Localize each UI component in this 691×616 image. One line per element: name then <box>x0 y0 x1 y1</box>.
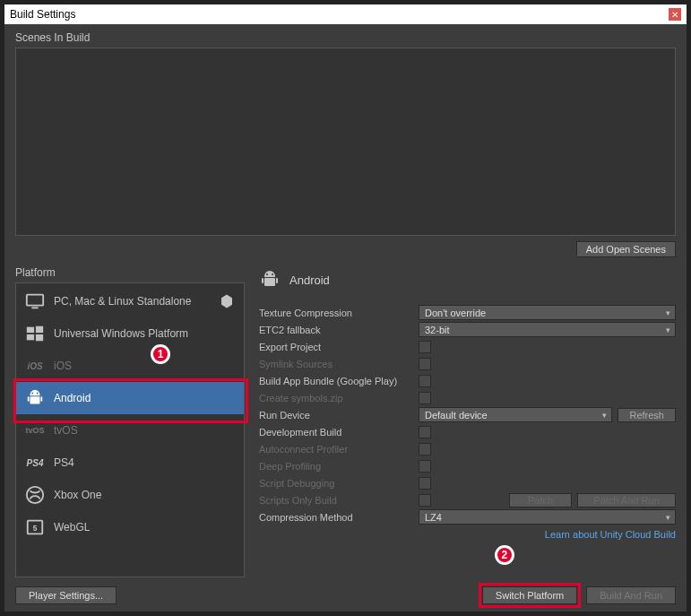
scenes-label: Scenes In Build <box>15 31 676 44</box>
platform-item-label: iOS <box>54 360 72 372</box>
platform-item-label: WebGL <box>54 521 90 534</box>
label-script-debug: Script Debugging <box>255 478 419 489</box>
svg-rect-3 <box>27 327 34 333</box>
checkbox-symbols <box>419 392 431 404</box>
settings-title: Android <box>289 273 330 287</box>
build-settings-window: Build Settings ✕ Scenes In Build Add Ope… <box>4 4 687 612</box>
platform-settings: Android Texture Compression Don't overri… <box>255 266 676 577</box>
ios-icon: iOS <box>25 356 45 376</box>
platform-item-label: Android <box>54 392 91 404</box>
svg-rect-15 <box>264 278 275 286</box>
platform-column: Platform PC, Mac & Linux Standalone <box>15 266 245 577</box>
label-run-device: Run Device <box>255 410 419 421</box>
platform-item-standalone[interactable]: PC, Mac & Linux Standalone <box>16 285 244 317</box>
checkbox-deep-profiling <box>419 460 431 473</box>
close-button[interactable]: ✕ <box>669 8 681 21</box>
label-symbols: Create symbols.zip <box>255 393 419 403</box>
svg-point-18 <box>266 273 268 275</box>
bottom-bar: Player Settings... Switch Platform 2 Bui… <box>15 586 676 604</box>
platform-item-tvos[interactable]: tvOS tvOS <box>16 414 244 447</box>
svg-text:5: 5 <box>33 525 38 533</box>
dropdown-etc2[interactable]: 32-bit <box>419 322 676 337</box>
label-autoconnect: Autoconnect Profiler <box>255 444 419 455</box>
svg-rect-4 <box>36 326 43 333</box>
patch-and-run-button: Patch And Run <box>577 493 676 508</box>
checkbox-export-project[interactable] <box>419 341 431 353</box>
svg-rect-8 <box>28 396 30 402</box>
cloud-build-link[interactable]: Learn about Unity Cloud Build <box>255 529 676 540</box>
checkbox-autoconnect <box>419 443 431 455</box>
label-symlink: Symlink Sources <box>255 359 419 369</box>
ps4-icon: PS4 <box>25 453 45 473</box>
xbox-icon <box>25 485 45 505</box>
build-and-run-button: Build And Run <box>586 586 676 604</box>
settings-header: Android <box>255 266 676 293</box>
label-app-bundle: Build App Bundle (Google Play) <box>255 376 419 386</box>
webgl-icon: 5 <box>25 517 45 537</box>
monitor-icon <box>25 291 45 311</box>
platform-item-webgl[interactable]: 5 WebGL <box>16 511 244 543</box>
platform-item-xbox[interactable]: Xbox One <box>16 479 244 511</box>
svg-rect-17 <box>276 278 278 283</box>
label-dev-build: Development Build <box>255 427 419 438</box>
titlebar: Build Settings ✕ <box>4 4 687 24</box>
svg-rect-16 <box>262 278 263 283</box>
scenes-list[interactable] <box>15 48 676 236</box>
label-etc2: ETC2 fallback <box>255 325 419 335</box>
platform-item-ps4[interactable]: PS4 PS4 <box>16 447 244 479</box>
player-settings-button[interactable]: Player Settings... <box>15 586 117 604</box>
label-export-project: Export Project <box>255 342 419 352</box>
window-title: Build Settings <box>10 8 75 21</box>
checkbox-symlink <box>419 358 431 370</box>
svg-rect-9 <box>40 396 42 402</box>
platform-item-label: Universal Windows Platform <box>54 327 188 340</box>
platform-item-uwp[interactable]: Universal Windows Platform <box>16 317 244 350</box>
checkbox-script-debug <box>419 477 431 490</box>
label-scripts-only: Scripts Only Build <box>255 495 419 506</box>
platform-item-label: PS4 <box>54 456 74 469</box>
dropdown-compression[interactable]: LZ4 <box>419 509 676 525</box>
svg-rect-0 <box>27 295 43 306</box>
label-texture-compression: Texture Compression <box>255 308 419 318</box>
checkbox-scripts-only <box>419 494 431 507</box>
svg-marker-2 <box>221 295 232 308</box>
platform-item-android[interactable]: Android <box>16 382 244 414</box>
svg-point-10 <box>31 393 33 395</box>
svg-rect-7 <box>30 396 40 403</box>
add-open-scenes-button[interactable]: Add Open Scenes <box>576 241 676 257</box>
platform-item-label: PC, Mac & Linux Standalone <box>54 295 191 308</box>
checkbox-app-bundle[interactable] <box>419 375 431 387</box>
content-area: Scenes In Build Add Open Scenes Platform… <box>4 24 687 612</box>
label-compression: Compression Method <box>255 512 419 523</box>
dropdown-texture-compression[interactable]: Don't override <box>419 305 676 320</box>
svg-rect-1 <box>31 307 38 308</box>
platform-item-label: tvOS <box>54 424 78 437</box>
platform-list: PC, Mac & Linux Standalone Universal Win… <box>15 282 245 577</box>
unity-icon <box>219 293 235 309</box>
svg-point-11 <box>37 393 39 395</box>
platform-item-label: Xbox One <box>54 489 101 501</box>
platform-label: Platform <box>15 266 245 279</box>
platform-item-ios[interactable]: iOS iOS <box>16 350 244 382</box>
checkbox-dev-build[interactable] <box>419 426 431 438</box>
tvos-icon: tvOS <box>25 421 45 440</box>
label-deep-profiling: Deep Profiling <box>255 461 419 472</box>
close-icon: ✕ <box>671 10 678 20</box>
svg-rect-5 <box>27 334 34 340</box>
android-icon <box>259 269 281 291</box>
windows-icon <box>25 324 45 343</box>
svg-point-19 <box>272 273 273 275</box>
switch-platform-button[interactable]: Switch Platform <box>482 586 577 604</box>
svg-point-12 <box>27 487 43 503</box>
android-icon <box>25 388 45 408</box>
refresh-button[interactable]: Refresh <box>618 408 676 422</box>
patch-button: Patch <box>509 493 572 508</box>
svg-rect-6 <box>36 334 43 341</box>
dropdown-run-device[interactable]: Default device <box>419 407 612 422</box>
